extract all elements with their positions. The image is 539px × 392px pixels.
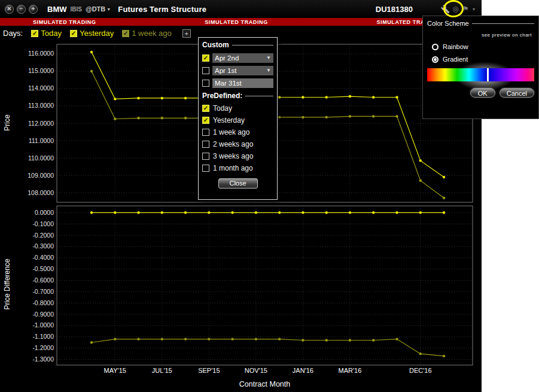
checkbox-icon[interactable]: [202, 54, 209, 62]
checkbox-icon: [70, 30, 77, 37]
title-bar: ✕ − + BMW IBIS @DTB ▼ Futures Term Struc…: [0, 0, 482, 18]
y-tick-label: -1.1000: [32, 333, 54, 340]
data-point: [302, 96, 304, 98]
data-point: [184, 338, 187, 340]
radio-label: Gradient: [443, 56, 468, 63]
data-point: [443, 197, 445, 199]
custom-date-row-mar-31st[interactable]: Mar 31st: [202, 77, 273, 89]
pin-icon[interactable]: ⚑: [461, 4, 471, 14]
divider: [472, 23, 534, 24]
radio-icon: [432, 56, 438, 63]
predefined-checkbox-3-weeks-ago[interactable]: 3 weeks ago: [202, 150, 273, 162]
data-point: [137, 338, 139, 340]
radio-rainbow[interactable]: Rainbow: [432, 43, 534, 50]
checkbox-icon[interactable]: [202, 80, 209, 87]
y-tick-label: 109.0000: [28, 172, 54, 179]
predefined-label: 2 weeks ago: [213, 140, 253, 148]
data-point: [90, 51, 93, 53]
wrench-icon[interactable]: [440, 4, 450, 14]
y-tick-label: 112.0000: [28, 120, 54, 127]
y-tick-label: 113.0000: [28, 102, 54, 109]
y-tick-label: -0.1000: [32, 220, 54, 227]
x-tick-label: JUL'15: [141, 367, 183, 374]
data-point: [372, 96, 374, 98]
chevron-down-icon: ▼: [106, 7, 111, 11]
data-point: [278, 116, 281, 118]
checkbox-icon: [202, 105, 209, 112]
data-point: [184, 211, 187, 214]
data-point: [90, 211, 93, 214]
instrument-symbol: BMW: [47, 5, 67, 14]
y-tick-label: 110.0000: [28, 154, 54, 162]
close-button[interactable]: ✕: [5, 5, 14, 14]
checkbox-icon[interactable]: [202, 67, 209, 74]
data-point: [137, 97, 139, 99]
data-point: [419, 180, 422, 182]
y-tick-label: 114.0000: [28, 84, 54, 92]
chevron-down-icon[interactable]: ▾: [471, 4, 477, 14]
venue-selector[interactable]: @DTB ▼: [86, 5, 111, 13]
y-tick-label: 116.0000: [28, 50, 54, 57]
predefined-checkbox-yesterday[interactable]: Yesterday: [202, 114, 273, 126]
x-tick-label: MAR'16: [329, 367, 371, 374]
date-dropdown[interactable]: Apr 1st ▼: [212, 66, 273, 75]
predefined-checkbox-2-weeks-ago[interactable]: 2 weeks ago: [202, 138, 273, 150]
y-tick-label: -0.4000: [32, 254, 54, 261]
data-point: [349, 211, 351, 214]
checkbox-icon: [202, 117, 209, 124]
chevron-down-icon: ▼: [266, 68, 271, 73]
predefined-checkbox-1-month-ago[interactable]: 1 month ago: [202, 162, 273, 174]
checkbox-icon: [31, 30, 38, 37]
x-tick-label: SEP'15: [188, 367, 230, 374]
data-point: [325, 339, 328, 341]
data-point: [302, 211, 304, 214]
custom-date-row-apr-1st[interactable]: Apr 1st ▼: [202, 64, 273, 77]
predefined-section-label: PreDefined:: [202, 92, 242, 100]
predefined-checkbox-1-week-ago[interactable]: 1 week ago: [202, 126, 273, 138]
data-point: [372, 115, 374, 117]
price-difference-chart[interactable]: 0.0000-0.1000-0.2000-0.3000-0.4000-0.500…: [0, 205, 482, 366]
date-dropdown[interactable]: Mar 31st: [212, 78, 273, 88]
custom-date-row-apr-2nd[interactable]: Apr 2nd ▼: [202, 51, 273, 64]
day-label: Yesterday: [80, 29, 114, 38]
account-id: DU181380: [376, 5, 413, 14]
gradient-preview-bar[interactable]: [427, 68, 534, 81]
day-checkbox-today[interactable]: Today: [31, 29, 62, 38]
day-checkbox-1-week-ago[interactable]: 1 week ago: [122, 29, 172, 38]
day-label: Today: [41, 29, 62, 38]
minimize-button[interactable]: −: [17, 5, 26, 14]
x-tick-label: JAN'16: [282, 367, 324, 374]
data-point: [114, 211, 116, 214]
data-point: [325, 96, 328, 98]
camera-icon[interactable]: ◎: [450, 4, 461, 14]
y-tick-label: -0.6000: [32, 276, 54, 284]
data-point: [395, 96, 398, 98]
x-tick-label: MAY'15: [94, 367, 136, 374]
radio-gradient[interactable]: Gradient: [432, 56, 534, 63]
gradient-segment-left[interactable]: [427, 68, 487, 81]
venue-label: @DTB: [86, 5, 105, 13]
day-checkbox-yesterday[interactable]: Yesterday: [70, 29, 114, 38]
close-button[interactable]: Close: [218, 178, 258, 189]
maximize-button[interactable]: +: [29, 5, 38, 14]
data-point: [161, 338, 163, 340]
date-label: Apr 2nd: [215, 54, 239, 62]
predefined-label: 3 weeks ago: [213, 152, 253, 160]
date-dropdown[interactable]: Apr 2nd ▼: [212, 53, 273, 63]
predefined-label: 1 month ago: [213, 164, 253, 172]
banner-text: SIMULATED TRADING: [205, 19, 268, 25]
data-point: [325, 116, 328, 118]
predefined-checkbox-today[interactable]: Today: [202, 102, 273, 114]
y-tick-label: -1.0000: [32, 321, 54, 329]
data-point: [161, 117, 163, 119]
checkbox-icon: [202, 141, 209, 148]
data-point: [255, 338, 257, 340]
series-line-yesterday: [92, 339, 444, 356]
y-tick-label: 108.0000: [28, 189, 54, 196]
window-title: Futures Term Structure: [118, 5, 206, 14]
gradient-segment-right[interactable]: [489, 68, 534, 81]
data-point: [372, 211, 374, 214]
y-tick-label: -0.5000: [32, 265, 54, 272]
add-day-button[interactable]: +: [182, 29, 191, 38]
data-point: [208, 211, 210, 214]
